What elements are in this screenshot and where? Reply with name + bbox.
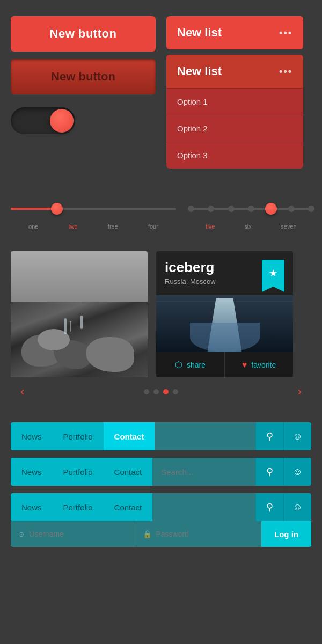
iceberg-card: iceberg Russia, Moscow ★ ⬡ share (156, 251, 293, 377)
navbar-3: News Portfolio Contact ⚲ ☺ ☺ 🔒 Log in (11, 493, 311, 547)
step-dot-7 (308, 206, 314, 212)
search-icon-1: ⚲ (266, 430, 273, 442)
navbar-1-tab-portfolio[interactable]: Portfolio (53, 422, 104, 450)
navbar-2-search-icon[interactable]: ⚲ (255, 458, 283, 486)
card-image-area (156, 295, 293, 352)
iceberg-below (190, 323, 260, 352)
navbar-1-tabs: News Portfolio Contact (11, 422, 155, 450)
range-knob[interactable] (51, 203, 63, 215)
list-header-flat[interactable]: New list ••• (166, 16, 303, 49)
navbar-2-tabs: News Portfolio Contact (11, 458, 152, 486)
list-option-2[interactable]: Option 2 (166, 115, 303, 142)
label-free: free (108, 223, 118, 230)
favorite-label: favorite (251, 361, 276, 369)
step-dot-1 (188, 206, 194, 212)
flat-button[interactable]: New button (11, 16, 156, 52)
card-title: iceberg (165, 260, 262, 275)
card-top: iceberg Russia, Moscow ★ (156, 251, 293, 295)
navbar-3-search-icon[interactable]: ⚲ (255, 493, 283, 521)
sliders-row (11, 195, 311, 222)
navbar-3-tab-portfolio[interactable]: Portfolio (53, 493, 104, 521)
share-icon: ⬡ (175, 360, 182, 370)
navbar-1-bar: News Portfolio Contact ⚲ ☺ (11, 422, 311, 450)
icicle-2 (70, 321, 71, 332)
carousel-prev[interactable]: ‹ (16, 385, 28, 399)
label-four: four (148, 223, 158, 230)
navbar-1-search-icon[interactable]: ⚲ (255, 422, 283, 450)
sky-bg (11, 251, 148, 302)
sliders-section: one two free four five six seven (0, 179, 322, 235)
user-icon-1: ☺ (292, 431, 302, 442)
list-option-3[interactable]: Option 3 (166, 142, 303, 169)
list-dropdown: New list ••• Option 1 Option 2 Option 3 (166, 55, 303, 169)
rock-shape-3 (86, 337, 134, 372)
list-dots-1: ••• (279, 27, 292, 39)
step-slider[interactable] (191, 208, 311, 210)
card-title-block: iceberg Russia, Moscow (165, 260, 262, 286)
carousel-dot-2[interactable] (153, 389, 159, 394)
navbar-3-tabs: News Portfolio Contact (11, 493, 152, 521)
toggle-knob (50, 109, 74, 133)
label-two: two (69, 223, 78, 230)
step-dot-2 (208, 206, 214, 212)
navbar-2-tab-portfolio[interactable]: Portfolio (53, 458, 104, 486)
water-line (156, 301, 293, 302)
slider-labels-row: one two free four five six seven (11, 223, 311, 230)
toggle-container (11, 102, 156, 140)
carousel-dots (144, 389, 178, 394)
username-input[interactable] (29, 530, 129, 538)
icicle-1 (64, 318, 67, 334)
navbar-1-tab-news[interactable]: News (11, 422, 53, 450)
image-card (11, 251, 148, 377)
user-icon-2: ☺ (292, 466, 302, 478)
navbar-3-tab-news[interactable]: News (11, 493, 53, 521)
navbar-2-search-area (152, 458, 255, 486)
navbar-1-user-icon[interactable]: ☺ (283, 422, 311, 450)
step-dot-6 (288, 206, 295, 212)
label-six: six (244, 223, 251, 230)
navbar-2-tab-contact[interactable]: Contact (104, 458, 153, 486)
username-wrap: ☺ (11, 521, 136, 547)
carousel-dot-1[interactable] (144, 389, 149, 394)
range-slider[interactable] (11, 208, 176, 210)
toggle-switch[interactable] (11, 107, 75, 134)
navbar-3-tab-contact[interactable]: Contact (104, 493, 153, 521)
left-controls: New button New button (11, 16, 156, 169)
list-dropdown-label: New list (177, 64, 222, 78)
navbar-3-bar: News Portfolio Contact ⚲ ☺ (11, 493, 311, 521)
navbar-1-tab-contact[interactable]: Contact (104, 422, 155, 450)
bookmark-badge[interactable]: ★ (262, 260, 284, 287)
search-icon-3: ⚲ (266, 501, 273, 513)
card-subtitle: Russia, Moscow (165, 277, 262, 286)
carousel-next[interactable]: › (294, 385, 306, 399)
share-action[interactable]: ⬡ share (156, 352, 225, 377)
list-option-1[interactable]: Option 1 (166, 88, 303, 115)
navbar-3-user-icon[interactable]: ☺ (283, 493, 311, 521)
password-input[interactable] (156, 530, 255, 538)
navbar-2-user-icon[interactable]: ☺ (283, 458, 311, 486)
navbars-section: News Portfolio Contact ⚲ ☺ News Portfoli… (0, 412, 322, 547)
login-button[interactable]: Log in (261, 521, 311, 547)
embossed-button[interactable]: New button (11, 59, 156, 94)
navbar-1-spacer (155, 422, 255, 450)
label-seven: seven (281, 223, 296, 230)
navbar-2-bar: News Portfolio Contact ⚲ ☺ (11, 458, 311, 486)
carousel-dot-4[interactable] (173, 389, 178, 394)
password-icon: 🔒 (143, 530, 152, 538)
card-footer: ⬡ share ♥ favorite (156, 352, 293, 377)
step-dot-3 (228, 206, 235, 212)
share-label: share (187, 361, 206, 369)
favorite-action[interactable]: ♥ favorite (225, 352, 293, 377)
login-row: ☺ 🔒 Log in (11, 521, 311, 547)
list-dropdown-header[interactable]: New list ••• (166, 55, 303, 88)
cards-row: iceberg Russia, Moscow ★ ⬡ share (11, 251, 311, 377)
navbar-2-tab-news[interactable]: News (11, 458, 53, 486)
navbar-3-spacer (152, 493, 255, 521)
navbar-2-search-input[interactable] (161, 467, 247, 477)
step-labels: five six seven (191, 223, 311, 230)
password-wrap: 🔒 (136, 521, 262, 547)
carousel-dot-3[interactable] (163, 389, 169, 394)
step-knob[interactable] (265, 203, 277, 215)
right-controls: New list ••• New list ••• Option 1 Optio… (166, 16, 303, 169)
label-five: five (206, 223, 215, 230)
